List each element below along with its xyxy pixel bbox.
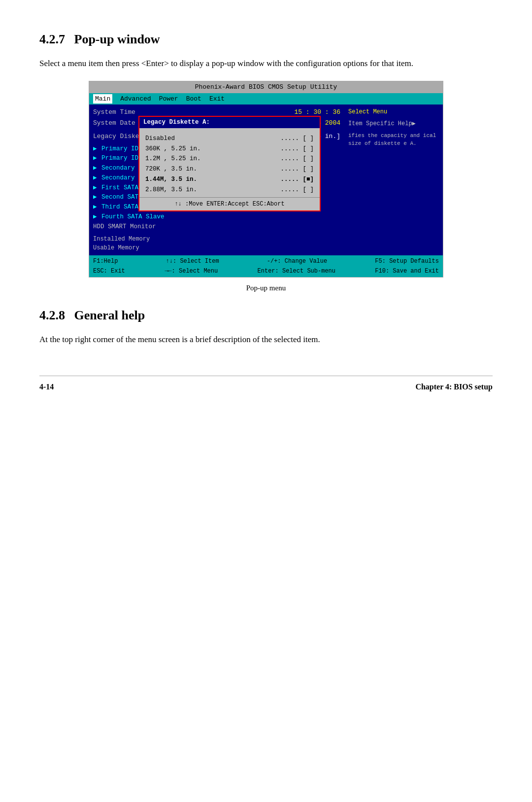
popup-option-disabled[interactable]: Disabled ..... [ ] bbox=[145, 134, 314, 143]
bios-right-panel: Select Menu Item Specific Help▶ ifies th… bbox=[344, 105, 443, 255]
bios-screenshot: Phoenix-Award BIOS CMOS Setup Utility Ma… bbox=[89, 81, 443, 278]
bios-title-text: Phoenix-Award BIOS CMOS Setup Utility bbox=[195, 83, 337, 91]
popup-option-720k-label: 720K , 3.5 in. bbox=[145, 165, 197, 174]
bios-system-date-label: System Date bbox=[93, 118, 135, 128]
popup-option-144m-dots: ..... [■] bbox=[280, 175, 314, 184]
bios-select-item: ↑↓: Select Item bbox=[166, 257, 219, 266]
bios-f1-help: F1:Help bbox=[93, 257, 118, 266]
bios-f10: F10: Save and Exit bbox=[375, 267, 439, 276]
bios-installed-memory-label: Installed Memory bbox=[93, 235, 340, 244]
popup-option-12m[interactable]: 1.2M , 5.25 in. ..... [ ] bbox=[145, 154, 314, 164]
page-container: 4.2.7 Pop-up window Select a menu item t… bbox=[0, 0, 532, 422]
bios-footer-row2: ESC: Exit →←: Select Menu Enter: Select … bbox=[93, 267, 439, 276]
popup-footer: ↑↓ :Move ENTER:Accept ESC:Abort bbox=[139, 197, 320, 210]
bios-select-menu: Select Menu bbox=[348, 107, 439, 116]
bios-item-fourth-sata[interactable]: ▶ Fourth SATA Slave bbox=[93, 212, 340, 222]
popup-option-360k[interactable]: 360K , 5.25 in. ..... [ ] bbox=[145, 144, 314, 154]
page-footer: 4-14 Chapter 4: BIOS setup bbox=[39, 376, 493, 393]
popup-option-720k[interactable]: 720K , 3.5 in. ..... [ ] bbox=[145, 165, 314, 174]
bios-enter-submenu: Enter: Select Sub-menu bbox=[258, 267, 335, 276]
bios-caption: Pop-up menu bbox=[39, 282, 493, 294]
bios-system-time-label: System Time bbox=[93, 107, 135, 117]
bios-footer: F1:Help ↑↓: Select Item -/+: Change Valu… bbox=[89, 255, 443, 277]
section-427-desc: Select a menu item then press <Enter> to… bbox=[39, 57, 493, 70]
bios-select-menu-footer: →←: Select Menu bbox=[165, 267, 218, 276]
bios-f5: F5: Setup Defaults bbox=[375, 257, 439, 266]
bios-menu-boot[interactable]: Boot bbox=[186, 94, 201, 104]
popup-option-12m-dots: ..... [ ] bbox=[280, 154, 314, 164]
section-428-number: 4.2.8 bbox=[39, 308, 65, 322]
bios-esc-exit: ESC: Exit bbox=[93, 267, 125, 276]
section-428-title: General help bbox=[74, 308, 145, 322]
popup-option-288m[interactable]: 2.88M, 3.5 in. ..... [ ] bbox=[145, 185, 314, 195]
bios-footer-row1: F1:Help ↑↓: Select Item -/+: Change Valu… bbox=[93, 257, 439, 266]
popup-body: Disabled ..... [ ] 360K , 5.25 in. .....… bbox=[139, 131, 320, 198]
popup-option-720k-dots: ..... [ ] bbox=[280, 165, 314, 174]
bios-usable-memory-label: Usable Memory bbox=[93, 244, 340, 252]
popup-option-144m-label: 1.44M, 3.5 in. bbox=[145, 175, 197, 184]
section-428-heading: 4.2.8 General help bbox=[39, 306, 493, 325]
bios-menu-advanced[interactable]: Advanced bbox=[120, 94, 151, 104]
popup-option-12m-label: 1.2M , 5.25 in. bbox=[145, 154, 201, 164]
bios-item-hdd-smart: HDD SMART Monitor bbox=[93, 222, 340, 232]
popup-option-360k-label: 360K , 5.25 in. bbox=[145, 144, 201, 154]
section-428-desc: At the top right corner of the menu scre… bbox=[39, 333, 493, 346]
bios-title-bar: Phoenix-Award BIOS CMOS Setup Utility bbox=[89, 81, 443, 93]
page-chapter: Chapter 4: BIOS setup bbox=[415, 381, 493, 393]
section-427-number: 4.2.7 bbox=[39, 32, 65, 46]
popup-option-disabled-label: Disabled bbox=[145, 134, 175, 143]
bios-menu-bar: Main Advanced Power Boot Exit bbox=[89, 93, 443, 105]
popup-option-288m-label: 2.88M, 3.5 in. bbox=[145, 185, 197, 195]
bios-item-specific-help: Item Specific Help▶ bbox=[348, 119, 439, 128]
bios-menu-main[interactable]: Main bbox=[93, 94, 112, 104]
bios-right-desc: ifies the capacity and ical size of disk… bbox=[348, 132, 439, 147]
popup-window: Legacy Diskette A: Disabled ..... [ ] 36… bbox=[138, 116, 321, 211]
section-427-heading: 4.2.7 Pop-up window bbox=[39, 30, 493, 49]
popup-option-144m[interactable]: 1.44M, 3.5 in. ..... [■] bbox=[145, 175, 314, 184]
popup-option-288m-dots: ..... [ ] bbox=[280, 185, 314, 195]
bios-menu-power[interactable]: Power bbox=[159, 94, 178, 104]
popup-option-360k-dots: ..... [ ] bbox=[280, 144, 314, 154]
section-427-title: Pop-up window bbox=[74, 32, 160, 46]
popup-title: Legacy Diskette A: bbox=[139, 117, 320, 128]
bios-change-value: -/+: Change Value bbox=[267, 257, 327, 266]
popup-option-disabled-dots: ..... [ ] bbox=[262, 134, 314, 143]
bios-menu-exit[interactable]: Exit bbox=[209, 94, 225, 104]
page-number: 4-14 bbox=[39, 381, 54, 393]
